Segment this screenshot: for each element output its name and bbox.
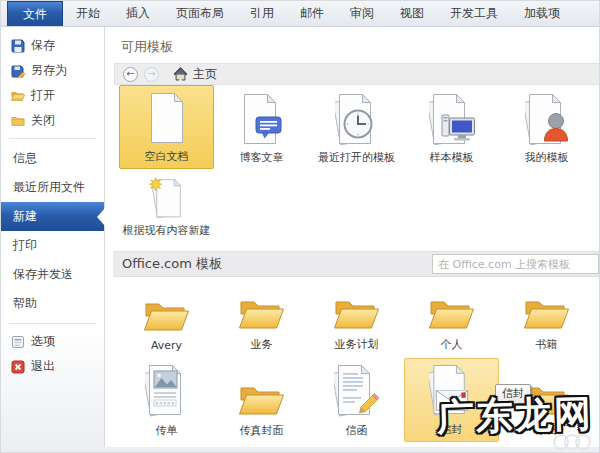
options-icon	[11, 335, 25, 349]
sidebar-close-label: 关闭	[31, 112, 55, 129]
watermark-text: 广东龙网	[436, 389, 593, 443]
backstage-sidebar: 保存 另存为 打开 关闭 信息 最近所用文件 新建 打印 保存并发送 帮助	[1, 27, 105, 452]
flyer-document-icon	[145, 364, 189, 418]
folder-label: 书籍	[536, 337, 558, 352]
tab-home[interactable]: 开始	[63, 1, 113, 26]
folder-label: 信函	[346, 423, 368, 438]
sidebar-save[interactable]: 保存	[1, 33, 104, 58]
template-new-from-existing[interactable]: 根据现有内容新建	[119, 172, 214, 242]
folder-personal[interactable]: 个人	[404, 284, 499, 356]
folder-icon	[143, 296, 190, 334]
folder-label: 业务	[251, 337, 273, 352]
breadcrumb-home-label: 主页	[193, 66, 217, 83]
folder-icon	[333, 294, 380, 332]
sidebar-exit-label: 退出	[31, 358, 55, 375]
sidebar-save-as[interactable]: 另存为	[1, 58, 104, 83]
folder-letters[interactable]: 信函	[309, 358, 404, 442]
template-blank-document[interactable]: 空白文档	[119, 85, 214, 169]
sidebar-close[interactable]: 关闭	[1, 108, 104, 133]
folder-icon	[238, 294, 285, 332]
template-label: 空白文档	[145, 149, 189, 164]
office-templates-header-bar: Office.com 模板	[113, 251, 599, 277]
save-floppy-icon	[11, 39, 25, 53]
office-template-search-input[interactable]	[432, 254, 599, 274]
folder-flyers[interactable]: 传单	[119, 358, 214, 442]
folder-label: Avery	[151, 339, 182, 352]
letter-pencil-document-icon	[334, 364, 380, 418]
sidebar-separator	[9, 138, 96, 139]
open-folder-icon	[11, 89, 25, 103]
folder-fax-covers[interactable]: 传真封面	[214, 358, 309, 442]
folder-business-plans[interactable]: 业务计划	[309, 284, 404, 356]
folder-icon	[238, 380, 285, 418]
home-icon	[173, 67, 188, 81]
my-templates-person-icon	[525, 93, 569, 145]
template-label: 样本模板	[430, 150, 474, 165]
folder-avery[interactable]: Avery	[119, 284, 214, 356]
breadcrumb-home[interactable]: 主页	[173, 66, 217, 83]
available-templates-title: 可用模板	[121, 38, 599, 56]
folder-label: 业务计划	[335, 337, 379, 352]
tab-view[interactable]: 视图	[387, 1, 437, 26]
save-as-floppy-pencil-icon	[11, 64, 25, 78]
recent-templates-clock-icon	[335, 93, 379, 145]
tab-references[interactable]: 引用	[237, 1, 287, 26]
folder-label: 个人	[441, 337, 463, 352]
template-blog-post[interactable]: 博客文章	[214, 85, 309, 169]
tab-mailings[interactable]: 邮件	[287, 1, 337, 26]
template-grid: 空白文档 博客文章 最近打开的模板	[119, 85, 599, 169]
new-from-existing-sparkle-icon	[144, 177, 190, 218]
blank-document-icon	[147, 92, 187, 144]
sidebar-item-recent[interactable]: 最近所用文件	[1, 173, 104, 202]
blog-post-icon	[240, 93, 284, 145]
template-my-templates[interactable]: 我的模板	[499, 85, 594, 169]
template-breadcrumb-bar: ← → 主页	[114, 63, 600, 85]
tab-developer[interactable]: 开发工具	[437, 1, 511, 26]
sidebar-item-print[interactable]: 打印	[1, 231, 104, 260]
window-bottom-edge	[1, 447, 599, 452]
sidebar-options-label: 选项	[31, 333, 55, 350]
template-grid-row2: 根据现有内容新建	[119, 172, 599, 242]
sidebar-item-help[interactable]: 帮助	[1, 289, 104, 318]
sidebar-item-info[interactable]: 信息	[1, 144, 104, 173]
sidebar-save-as-label: 另存为	[31, 62, 67, 79]
tab-insert[interactable]: 插入	[113, 1, 163, 26]
template-label: 博客文章	[240, 150, 284, 165]
sidebar-exit[interactable]: 退出	[1, 354, 104, 379]
sidebar-open-label: 打开	[31, 87, 55, 104]
sidebar-options[interactable]: 选项	[1, 329, 104, 354]
folder-icon	[523, 294, 570, 332]
office-templates-title: Office.com 模板	[122, 255, 222, 273]
folder-business[interactable]: 业务	[214, 284, 309, 356]
sidebar-separator	[9, 323, 96, 324]
folder-books[interactable]: 书籍	[499, 284, 594, 356]
close-folder-icon	[11, 114, 25, 128]
word-backstage-window: 文件 开始 插入 页面布局 引用 邮件 审阅 视图 开发工具 加载项 保存 另存…	[0, 0, 600, 453]
sidebar-save-label: 保存	[31, 37, 55, 54]
back-arrow-icon[interactable]: ←	[123, 67, 138, 82]
folder-icon	[428, 294, 475, 332]
template-label: 最近打开的模板	[318, 150, 395, 165]
exit-icon	[11, 360, 25, 374]
sidebar-item-new[interactable]: 新建	[1, 202, 104, 231]
forward-arrow-icon[interactable]: →	[144, 67, 159, 82]
tab-review[interactable]: 审阅	[337, 1, 387, 26]
folder-label: 传单	[156, 423, 178, 438]
sidebar-item-save-send[interactable]: 保存并发送	[1, 260, 104, 289]
template-recent-templates[interactable]: 最近打开的模板	[309, 85, 404, 169]
tab-addins[interactable]: 加载项	[511, 1, 573, 26]
tab-file[interactable]: 文件	[7, 1, 63, 26]
sample-templates-computer-icon	[429, 93, 475, 145]
sidebar-open[interactable]: 打开	[1, 83, 104, 108]
tab-page-layout[interactable]: 页面布局	[163, 1, 237, 26]
template-label: 我的模板	[525, 150, 569, 165]
folder-grid-row1: Avery 业务 业务计划 个人 书籍	[119, 284, 599, 356]
ribbon-tabbar: 文件 开始 插入 页面布局 引用 邮件 审阅 视图 开发工具 加载项	[1, 1, 599, 27]
template-sample-templates[interactable]: 样本模板	[404, 85, 499, 169]
folder-label: 传真封面	[240, 423, 284, 438]
template-label: 根据现有内容新建	[123, 223, 211, 238]
